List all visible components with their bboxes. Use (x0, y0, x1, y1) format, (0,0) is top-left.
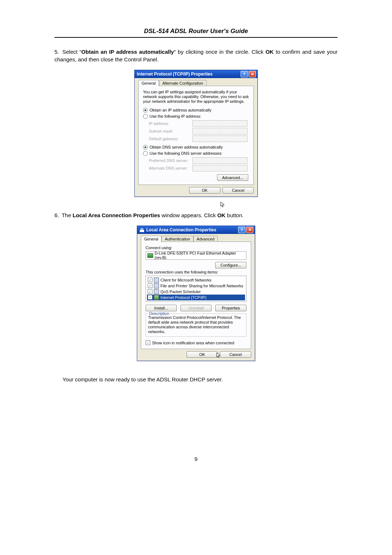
tcpip-icon (154, 295, 159, 300)
step-6-text-a: The (62, 212, 73, 218)
default-gateway-label: Default gateway: (149, 137, 192, 141)
figure-tcpip: Internet Protocol (TCP/IP) Properties ? … (54, 70, 338, 197)
item-label: Client for Microsoft Networks (160, 278, 212, 282)
step-6-text-c: button. (225, 212, 244, 218)
help-button[interactable]: ? (238, 227, 245, 233)
tab-alternate-configuration[interactable]: Alternate Configuration (159, 80, 207, 86)
show-icon-checkbox[interactable] (146, 340, 150, 345)
default-gateway-input: ... (192, 135, 248, 142)
install-button[interactable]: Install... (146, 305, 177, 311)
lan-title-icon (139, 227, 144, 232)
lan-title-text: Local Area Connection Properties (146, 227, 237, 232)
list-item[interactable]: File and Printer Sharing for Microsoft N… (147, 283, 245, 289)
file-share-icon (154, 283, 159, 288)
item-label: Internet Protocol (TCP/IP) (160, 295, 207, 300)
adapter-name: D-Link DFE-530TX PCI Fast Ethernet Adapt… (155, 251, 245, 260)
radio-obtain-dns-label: Obtain DNS server address automatically (150, 145, 223, 149)
qos-icon (154, 289, 159, 294)
close-button[interactable]: ✕ (249, 71, 256, 77)
cancel-button[interactable]: Cancel (220, 351, 251, 358)
preferred-dns-input: ... (192, 157, 248, 164)
figure-lan: Local Area Connection Properties ? ✕ Gen… (54, 226, 338, 361)
radio-obtain-ip-label: Obtain an IP address automatically (150, 108, 211, 112)
tab-authentication[interactable]: Authentication (162, 236, 193, 242)
step-6-number: 6. (54, 211, 60, 219)
step-5-text-b: ” by clicking once in the circle. Click (174, 49, 265, 55)
step-6: 6. The Local Area Connection Properties … (54, 211, 338, 219)
lan-window: Local Area Connection Properties ? ✕ Gen… (137, 226, 255, 361)
list-item[interactable]: Internet Protocol (TCP/IP) (147, 295, 245, 300)
step-6-ok: OK (217, 212, 226, 218)
properties-button[interactable]: Properties (215, 305, 246, 311)
step-5-number: 5. (54, 48, 60, 56)
configure-button[interactable]: Configure... (215, 262, 246, 268)
show-icon-label: Show icon in notification area when conn… (152, 341, 234, 345)
tcpip-titlebar: Internet Protocol (TCP/IP) Properties ? … (135, 70, 257, 78)
uninstall-button[interactable]: Uninstall (180, 305, 212, 311)
radio-use-ip[interactable]: Use the following IP address: (143, 114, 249, 119)
tcpip-window: Internet Protocol (TCP/IP) Properties ? … (134, 70, 258, 197)
header-divider (54, 37, 338, 38)
alternate-dns-input: ... (192, 165, 248, 171)
advanced-button[interactable]: Advanced... (217, 174, 248, 181)
step-5-text-a: Select “ (62, 49, 81, 55)
ip-address-label: IP address: (149, 121, 192, 126)
lan-tabs: General Authentication Advanced (141, 236, 251, 242)
preferred-dns-label: Preferred DNS server: (149, 158, 192, 163)
ok-button[interactable]: OK (189, 187, 220, 194)
help-button[interactable]: ? (241, 71, 248, 77)
connect-using-label: Connect using: (146, 246, 246, 250)
ip-address-input: ... (192, 120, 248, 127)
tcpip-title-text: Internet Protocol (TCP/IP) Properties (137, 72, 240, 77)
items-list[interactable]: Client for Microsoft Networks File and P… (146, 276, 246, 302)
description-legend: Description (148, 311, 170, 316)
radio-use-dns[interactable]: Use the following DNS server addresses: (143, 151, 249, 156)
step-6-bold: Local Area Connection Properties (73, 212, 160, 218)
adapter-icon (147, 253, 153, 258)
client-icon (154, 278, 159, 283)
tcpip-tabs: General Alternate Configuration (138, 80, 254, 86)
svg-rect-1 (140, 228, 143, 230)
radio-obtain-ip-auto[interactable]: Obtain an IP address automatically (143, 108, 249, 113)
lan-titlebar: Local Area Connection Properties ? ✕ (137, 226, 255, 234)
radio-dot-selected-icon (143, 108, 148, 113)
radio-use-ip-label: Use the following IP address: (150, 114, 201, 118)
adapter-field: D-Link DFE-530TX PCI Fast Ethernet Adapt… (146, 251, 246, 260)
tab-advanced[interactable]: Advanced (193, 236, 218, 242)
tab-general[interactable]: General (138, 80, 159, 86)
uses-items-label: This connection uses the following items… (146, 270, 246, 274)
description-group: Description Transmission Control Protoco… (146, 313, 246, 337)
alternate-dns-label: Alternate DNS server: (149, 166, 192, 170)
step-5: 5. Select “Obtain an IP address automati… (54, 48, 338, 63)
checkbox-icon[interactable] (148, 295, 152, 300)
radio-dot-empty-icon (143, 151, 148, 156)
list-item[interactable]: QoS Packet Scheduler (147, 289, 245, 295)
ok-button[interactable]: OK (187, 351, 218, 358)
tcpip-description: You can get IP settings assigned automat… (143, 90, 249, 104)
item-label: QoS Packet Scheduler (160, 289, 201, 294)
checkbox-icon[interactable] (148, 278, 152, 282)
step-5-ok: OK (265, 49, 274, 55)
subnet-mask-input: ... (192, 128, 248, 134)
page-header-title: DSL-514 ADSL Router User's Guide (54, 28, 338, 35)
tab-general[interactable]: General (141, 236, 162, 242)
checkbox-icon[interactable] (148, 283, 152, 288)
radio-dot-selected-icon (143, 145, 148, 150)
radio-obtain-dns-auto[interactable]: Obtain DNS server address automatically (143, 145, 249, 150)
checkbox-icon[interactable] (148, 289, 152, 294)
step-6-text-b: window appears. Click (160, 212, 217, 218)
description-text: Transmission Control Protocol/Internet P… (148, 315, 244, 335)
close-button[interactable]: ✕ (246, 227, 253, 233)
item-label: File and Printer Sharing for Microsoft N… (160, 284, 243, 288)
cancel-button[interactable]: Cancel (222, 187, 254, 194)
page-number: 9 (54, 456, 338, 462)
subnet-mask-label: Subnet mask: (149, 129, 192, 133)
list-item[interactable]: Client for Microsoft Networks (147, 277, 245, 283)
outro-text: Your computer is now ready to use the AD… (62, 376, 338, 383)
step-5-bold: Obtain an IP address automatically (81, 49, 174, 55)
mouse-cursor-icon (220, 202, 225, 208)
radio-use-dns-label: Use the following DNS server addresses: (150, 151, 222, 155)
radio-dot-empty-icon (143, 114, 148, 119)
